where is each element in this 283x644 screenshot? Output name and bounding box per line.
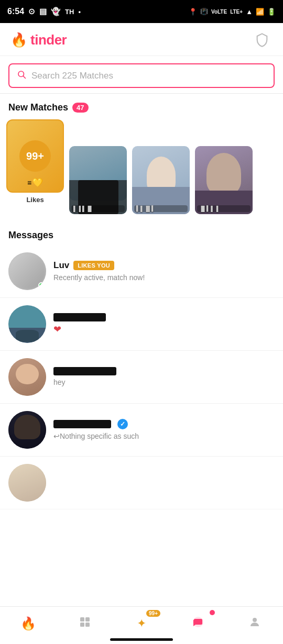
redacted-name-4 — [53, 420, 111, 428]
shield-button[interactable] — [252, 29, 273, 50]
match-thumb-label-2: ▍▌▐▌▍ — [134, 205, 188, 212]
vibrate-icon: 📳 — [200, 8, 208, 15]
match-thumb-label-3: ▐▌▍▌▐ — [197, 205, 251, 212]
home-indicator — [110, 638, 173, 641]
avatar-2 — [8, 305, 46, 343]
message-content-2: ❤ — [53, 313, 275, 335]
dot-indicator: • — [78, 8, 81, 16]
volte-label: VoLTE — [211, 9, 227, 15]
search-placeholder-text: Search 225 Matches — [31, 71, 266, 81]
status-right: 📍 📳 VoLTE LTE+ ▲ 📶 🔋 — [189, 8, 276, 16]
message-content-3: hey — [53, 367, 275, 387]
redacted-name-3 — [53, 367, 116, 375]
match-thumb-3[interactable]: ❤️ ▐▌▍▌▐ — [195, 146, 253, 214]
spark-nav-icon: ✦ — [137, 617, 146, 630]
message-content-4: ✓ ↩Nothing specific as such — [53, 419, 275, 441]
match-thumb-1[interactable]: ❤️ ▌▐ ▌▐▌ — [69, 146, 127, 214]
matches-row: 99+ ≡ 💛 Likes ❤️ ▌▐ ▌▐▌ ❤️ — [0, 119, 283, 223]
svg-rect-2 — [80, 617, 84, 621]
message-item-3[interactable]: hey — [0, 351, 283, 404]
message-content-1: Luv LIKES YOU Recently active, match now… — [53, 260, 275, 282]
svg-rect-3 — [85, 617, 90, 621]
match-thumb-2[interactable]: ❤️ ▍▌▐▌▍ — [132, 146, 190, 214]
battery-icon: 🔋 — [267, 8, 276, 16]
message-name-row-2 — [53, 313, 275, 321]
sms-icon: ▤ — [39, 7, 47, 16]
svg-point-7 — [253, 618, 257, 622]
explore-nav-icon — [79, 616, 91, 631]
signal-icon: ▲ — [246, 8, 253, 16]
message-preview-1: Recently active, match now! — [53, 273, 145, 282]
whatsapp-icon: ⊙ — [28, 7, 35, 16]
message-preview-2: ❤ — [53, 324, 61, 335]
snapchat-icon: 👻 — [51, 7, 61, 16]
flame-logo-icon: 🔥 — [10, 32, 27, 48]
avatar-3 — [8, 358, 46, 396]
gold-badge: 99+ — [146, 610, 160, 617]
likes-you-badge-1: LIKES YOU — [73, 261, 114, 270]
status-left: 6:54 ⊙ ▤ 👻 TH • — [7, 7, 81, 16]
nav-item-explore[interactable] — [57, 607, 113, 640]
likes-count: 99+ — [19, 140, 51, 172]
likes-card-container[interactable]: 99+ ≡ 💛 Likes — [6, 119, 64, 214]
likes-card[interactable]: 99+ ≡ 💛 — [6, 119, 64, 193]
new-matches-title: New Matches — [8, 102, 68, 113]
new-matches-header: New Matches 47 — [0, 94, 283, 119]
search-container: Search 225 Matches — [0, 56, 283, 94]
new-matches-badge: 47 — [72, 103, 88, 113]
message-name-row-3 — [53, 367, 275, 375]
match-thumb-label-1: ▌▐ ▌▐▌ — [71, 205, 125, 212]
wifi-icon: 📶 — [256, 8, 264, 16]
svg-rect-4 — [80, 623, 84, 627]
app-header: 🔥 tinder — [0, 23, 283, 56]
message-name-row-4: ✓ — [53, 419, 275, 429]
search-box[interactable]: Search 225 Matches — [8, 63, 275, 88]
main-content: Search 225 Matches New Matches 47 99+ ≡ … — [0, 56, 283, 551]
messages-section-header: Messages — [0, 223, 283, 245]
avatar-4 — [8, 411, 46, 449]
messages-nav-icon — [191, 615, 205, 632]
messages-title: Messages — [8, 230, 53, 240]
lte-label: LTE+ — [230, 9, 243, 15]
message-preview-4: ↩Nothing specific as such — [53, 432, 139, 440]
online-indicator-1 — [38, 282, 45, 288]
message-preview-3: hey — [53, 378, 66, 386]
message-name-row-1: Luv LIKES YOU — [53, 260, 275, 271]
nav-item-discover[interactable]: 🔥 — [0, 607, 57, 640]
location-icon: 📍 — [189, 8, 197, 16]
shield-icon — [255, 32, 269, 47]
status-time: 6:54 — [7, 7, 24, 16]
nav-item-gold[interactable]: ✦ 99+ — [113, 607, 170, 640]
svg-rect-5 — [85, 623, 90, 627]
status-bar: 6:54 ⊙ ▤ 👻 TH • 📍 📳 VoLTE LTE+ ▲ 📶 🔋 — [0, 0, 283, 23]
nav-item-messages[interactable] — [170, 607, 226, 640]
message-item-1[interactable]: Luv LIKES YOU Recently active, match now… — [0, 245, 283, 298]
redacted-name-2 — [53, 313, 106, 321]
message-item-5[interactable] — [0, 457, 283, 509]
th-label: TH — [65, 8, 74, 16]
likes-label: Likes — [26, 196, 43, 204]
verified-badge-4: ✓ — [117, 419, 128, 429]
avatar-1 — [8, 252, 46, 290]
avatar-5 — [8, 464, 46, 502]
svg-line-1 — [23, 76, 25, 78]
nav-item-profile[interactable] — [226, 607, 283, 640]
message-item-4[interactable]: ✓ ↩Nothing specific as such — [0, 404, 283, 457]
tinder-brand-name: tinder — [30, 32, 67, 48]
messages-red-badge — [210, 610, 215, 615]
message-sender-name-1: Luv — [53, 260, 69, 271]
search-icon — [17, 70, 26, 82]
message-item-2[interactable]: ❤ — [0, 298, 283, 351]
profile-nav-icon — [248, 616, 261, 631]
tinder-logo: 🔥 tinder — [10, 32, 67, 48]
flame-nav-icon: 🔥 — [20, 616, 36, 631]
